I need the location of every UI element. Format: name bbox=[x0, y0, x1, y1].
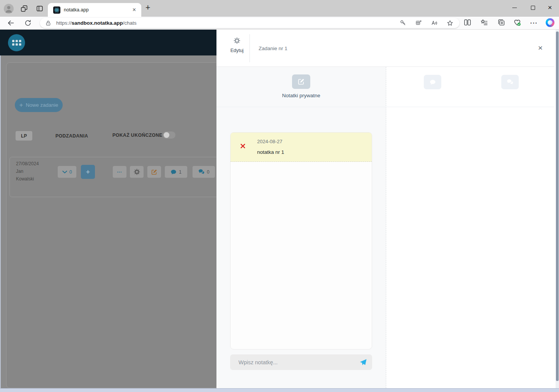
assignee-last-name: Kowalski bbox=[16, 175, 34, 183]
minimize-icon bbox=[512, 8, 517, 8]
browser-essentials-icon[interactable] bbox=[513, 19, 521, 27]
plus-icon: + bbox=[86, 168, 90, 176]
expand-subtasks-button[interactable]: 0 bbox=[58, 166, 76, 178]
chat-bubble-icon bbox=[171, 169, 177, 175]
url-protocol: https:// bbox=[56, 20, 72, 26]
site-security-lock-icon[interactable] bbox=[45, 20, 51, 26]
chat-column bbox=[386, 67, 554, 388]
apps-grid-icon bbox=[12, 40, 21, 46]
vertical-scrollbar[interactable] bbox=[556, 30, 559, 388]
task-more-button[interactable]: ••• bbox=[113, 166, 126, 178]
tab-title: notatka.app bbox=[64, 7, 131, 13]
send-note-button[interactable] bbox=[360, 359, 367, 366]
app-header-bar bbox=[0, 30, 216, 55]
chevron-down-icon bbox=[62, 171, 67, 174]
panel-title: Zadanie nr 1 bbox=[259, 46, 287, 51]
chat-bubbles-icon bbox=[507, 79, 513, 85]
chat-bubbles-icon bbox=[198, 169, 205, 175]
assignee-first-name: Jan bbox=[16, 168, 23, 175]
scrollbar-thumb[interactable] bbox=[556, 32, 559, 381]
task-settings-button[interactable] bbox=[130, 166, 144, 178]
comments-count: 1 bbox=[179, 169, 182, 175]
url-host: sandbox.notatka.app bbox=[72, 20, 123, 26]
collections-icon[interactable] bbox=[497, 19, 505, 26]
favorite-star-icon[interactable] bbox=[447, 20, 453, 27]
new-task-label: Nowe zadanie bbox=[26, 102, 58, 108]
url-path: /chats bbox=[123, 20, 137, 26]
lp-column-header: LP bbox=[16, 131, 32, 141]
edit-label: Edytuj bbox=[225, 48, 249, 53]
edit-pencil-icon bbox=[151, 169, 157, 175]
window-close-button[interactable]: × bbox=[542, 0, 558, 15]
read-aloud-icon[interactable] bbox=[431, 20, 437, 26]
new-tab-button[interactable]: + bbox=[145, 3, 150, 13]
url-text: https://sandbox.notatka.app/chats bbox=[56, 20, 400, 26]
profile-avatar-icon[interactable] bbox=[4, 4, 14, 14]
horizontal-scrollbar[interactable] bbox=[0, 388, 559, 392]
gear-icon bbox=[234, 37, 240, 44]
new-task-button[interactable]: + Nowe zadanie bbox=[15, 98, 63, 112]
favorites-bar-icon[interactable] bbox=[480, 19, 488, 26]
show-completed-label: POKAŻ UKOŃCZONE bbox=[112, 133, 163, 138]
dots-icon: ••• bbox=[117, 170, 122, 174]
grid-add-icon[interactable] bbox=[415, 20, 422, 26]
delete-x-icon bbox=[240, 143, 246, 149]
edit-task-button[interactable]: Edytuj bbox=[225, 37, 249, 53]
task-edit-button[interactable] bbox=[147, 166, 161, 178]
apps-menu-button[interactable] bbox=[8, 34, 25, 51]
window-minimize-button[interactable] bbox=[506, 0, 523, 15]
passwords-key-icon[interactable] bbox=[400, 20, 406, 26]
subtasks-column-header: PODZADANIA bbox=[55, 133, 88, 139]
task-detail-panel: Edytuj Zadanie nr 1 × Notatki prywatne bbox=[216, 30, 554, 388]
edit-note-icon bbox=[298, 78, 305, 85]
window-maximize-button[interactable] bbox=[524, 0, 541, 15]
show-completed-toggle[interactable] bbox=[163, 131, 175, 139]
task-date: 27/08/2024 bbox=[16, 160, 39, 168]
page-content: + Nowe zadanie LP PODZADANIA POKAŻ UKOŃC… bbox=[0, 30, 559, 392]
site-favicon-icon bbox=[53, 6, 60, 14]
chat-count: 0 bbox=[207, 169, 210, 175]
notes-list: 2024-08-27 notatka nr 1 bbox=[230, 132, 372, 349]
maximize-icon bbox=[531, 6, 535, 10]
chat-bubble-icon bbox=[430, 79, 436, 85]
browser-window: notatka.app × + × https://sandbox.notatk… bbox=[0, 0, 559, 392]
private-notes-tab-button[interactable] bbox=[292, 74, 310, 89]
address-bar[interactable]: https://sandbox.notatka.app/chats bbox=[40, 18, 460, 28]
refresh-button[interactable] bbox=[24, 19, 32, 27]
task-comments-button[interactable]: 1 bbox=[165, 166, 187, 178]
tab-layout-icon[interactable] bbox=[36, 5, 43, 12]
note-input-bar bbox=[230, 354, 372, 370]
note-item: 2024-08-27 notatka nr 1 bbox=[231, 133, 372, 162]
panel-header: Edytuj Zadanie nr 1 × bbox=[216, 30, 554, 67]
page-edge bbox=[0, 55, 1, 388]
delete-note-button[interactable] bbox=[240, 143, 246, 149]
workspaces-icon[interactable] bbox=[21, 5, 28, 12]
back-button[interactable] bbox=[7, 19, 15, 27]
group-chat-tab-button[interactable] bbox=[501, 75, 519, 89]
note-text: notatka nr 1 bbox=[257, 149, 284, 155]
split-screen-icon[interactable] bbox=[464, 19, 471, 26]
task-chats-button[interactable]: 0 bbox=[193, 166, 215, 178]
browser-titlebar: notatka.app × + × bbox=[0, 0, 559, 17]
task-list-background-dimmed: + Nowe zadanie LP PODZADANIA POKAŻ UKOŃC… bbox=[0, 30, 216, 388]
copilot-icon[interactable] bbox=[546, 18, 554, 27]
send-plane-icon bbox=[360, 359, 367, 366]
task-list-card: + Nowe zadanie LP PODZADANIA POKAŻ UKOŃC… bbox=[6, 62, 216, 388]
task-row[interactable]: 27/08/2024 Jan Kowalski 0 + ••• bbox=[9, 157, 216, 197]
plus-icon: + bbox=[19, 101, 23, 109]
subtask-count: 0 bbox=[69, 169, 72, 175]
section-divider bbox=[216, 107, 554, 107]
chat-tab-button[interactable] bbox=[424, 75, 441, 89]
add-subtask-button[interactable]: + bbox=[81, 165, 95, 179]
note-input[interactable] bbox=[238, 359, 360, 366]
tab-close-icon[interactable]: × bbox=[131, 6, 137, 13]
more-options-icon[interactable]: ··· bbox=[530, 19, 538, 27]
private-notes-label: Notatki prywatne bbox=[270, 93, 333, 98]
browser-tab[interactable]: notatka.app × bbox=[48, 3, 141, 17]
panel-close-button[interactable]: × bbox=[535, 42, 546, 54]
note-date: 2024-08-27 bbox=[257, 139, 283, 144]
panel-body: Notatki prywatne 2024-08-27 notatka nr 1 bbox=[216, 67, 554, 388]
header-divider bbox=[249, 34, 250, 62]
toggle-knob bbox=[164, 132, 169, 138]
gear-icon bbox=[134, 169, 140, 175]
